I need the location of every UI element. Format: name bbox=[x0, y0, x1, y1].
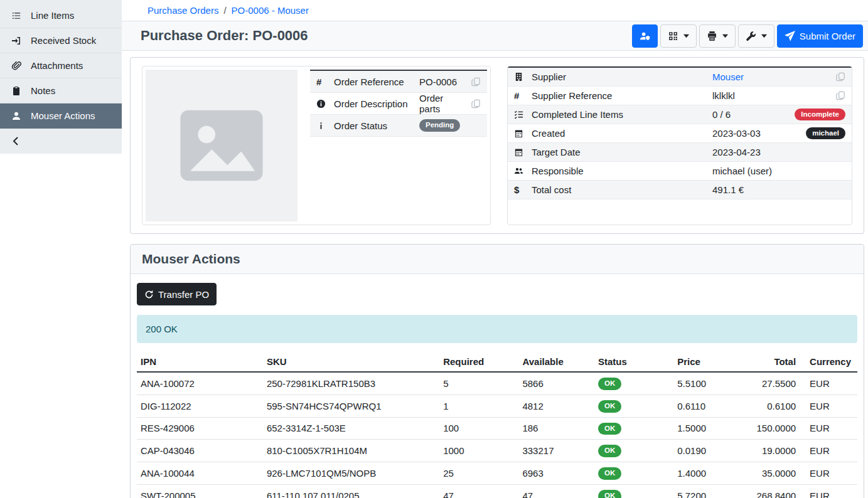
user-shield-icon bbox=[640, 31, 650, 41]
refresh-icon bbox=[144, 290, 154, 299]
status-ok-badge: OK bbox=[598, 467, 621, 480]
info-circle-icon bbox=[316, 99, 334, 109]
sidebar-item-mouser-actions[interactable]: Mouser Actions bbox=[0, 103, 122, 129]
sidebar-collapse-button[interactable] bbox=[0, 129, 122, 154]
list-icon bbox=[10, 11, 22, 21]
page-title: Purchase Order: PO-0006 bbox=[141, 28, 308, 44]
sidebar-item-notes[interactable]: Notes bbox=[0, 78, 122, 103]
page-header: Purchase Order: PO-0006 Submit Order bbox=[122, 21, 868, 51]
sidebar-item-label: Attachments bbox=[31, 60, 83, 71]
cell-price: 0.6110 bbox=[673, 395, 731, 417]
column-header-currency: Currency bbox=[800, 354, 857, 372]
detail-label: Order Description bbox=[334, 98, 419, 109]
copy-icon[interactable] bbox=[471, 99, 481, 109]
column-header-price: Price bbox=[673, 354, 731, 372]
sidebar-items: Line ItemsReceived StockAttachmentsNotes… bbox=[0, 3, 122, 129]
paperclip-icon bbox=[10, 61, 22, 71]
sidebar-item-label: Notes bbox=[31, 85, 55, 96]
sidebar-item-received-stock[interactable]: Received Stock bbox=[0, 28, 122, 53]
status-ok-badge: OK bbox=[598, 423, 621, 435]
chevron-left-icon bbox=[10, 136, 22, 146]
detail-value-supplier[interactable]: Mouser bbox=[712, 72, 744, 82]
cell-currency: EUR bbox=[800, 440, 857, 462]
order-details-panel: #Order ReferencePO-0006Order Description… bbox=[130, 57, 864, 234]
sign-in-icon bbox=[10, 36, 22, 46]
cell-price: 5.5100 bbox=[673, 372, 731, 395]
order-summary-card: #Order ReferencePO-0006Order Description… bbox=[142, 66, 491, 225]
cell-total: 19.0000 bbox=[731, 440, 800, 462]
barcode-actions-button[interactable] bbox=[660, 24, 697, 48]
table-row-res-429006: RES-429006652-3314Z-1-503E100186OK1.5000… bbox=[137, 417, 857, 440]
order-actions-button[interactable] bbox=[738, 24, 774, 48]
paper-plane-icon bbox=[785, 31, 795, 41]
cell-available: 5866 bbox=[518, 372, 594, 395]
table-header-row: IPNSKURequiredAvailableStatusPriceTotalC… bbox=[137, 354, 857, 372]
detail-label: Created bbox=[532, 128, 712, 139]
copy-icon[interactable] bbox=[471, 77, 481, 87]
cell-available: 4812 bbox=[518, 395, 594, 417]
copy-icon[interactable] bbox=[836, 91, 845, 100]
calendar-icon bbox=[514, 129, 532, 138]
clipboard-icon bbox=[10, 86, 22, 96]
caret-down-icon bbox=[722, 33, 728, 39]
cell-status: OK bbox=[594, 484, 673, 498]
line-items-table: IPNSKURequiredAvailableStatusPriceTotalC… bbox=[137, 354, 857, 498]
column-header-sku: SKU bbox=[263, 354, 439, 372]
detail-value-completed-line-items: 0 / 6 bbox=[712, 109, 731, 120]
submit-order-label: Submit Order bbox=[800, 31, 855, 41]
breadcrumb-link-current-order[interactable]: PO-0006 - Mouser bbox=[232, 5, 309, 16]
detail-row-order-description: Order DescriptionOrder parts bbox=[310, 93, 487, 115]
cell-currency: EUR bbox=[800, 462, 857, 485]
sidebar-item-label: Line Items bbox=[31, 10, 74, 21]
printer-icon bbox=[707, 31, 717, 41]
user-actions-button[interactable] bbox=[632, 24, 658, 48]
table-row-ana-100044: ANA-100044926-LMC7101QM5/NOPB256963OK1.4… bbox=[137, 462, 857, 485]
cell-status: OK bbox=[594, 417, 673, 440]
image-icon bbox=[174, 98, 269, 193]
cell-total: 0.6100 bbox=[731, 395, 800, 417]
detail-row-target-date: Target Date2023-04-23 bbox=[508, 143, 852, 162]
sidebar-item-label: Mouser Actions bbox=[31, 110, 95, 121]
table-row-dig-112022: DIG-112022595-SN74HCS74QPWRQ114812OK0.61… bbox=[137, 395, 857, 417]
status-ok-badge: OK bbox=[598, 445, 621, 457]
cell-ipn: ANA-100044 bbox=[137, 462, 263, 485]
detail-label: Supplier Reference bbox=[532, 90, 712, 101]
detail-label: Order Reference bbox=[334, 77, 419, 87]
detail-row-supplier: SupplierMouser bbox=[508, 68, 852, 87]
detail-row-order-status: Order StatusPending bbox=[310, 115, 487, 137]
detail-label: Total cost bbox=[532, 184, 712, 195]
order-image-placeholder[interactable] bbox=[146, 70, 297, 221]
cell-required: 1000 bbox=[439, 440, 518, 462]
submit-order-button[interactable]: Submit Order bbox=[777, 24, 863, 48]
sidebar: Line ItemsReceived StockAttachmentsNotes… bbox=[0, 0, 122, 154]
cell-available: 333217 bbox=[518, 440, 594, 462]
print-actions-button[interactable] bbox=[699, 24, 736, 48]
cell-ipn: ANA-100072 bbox=[137, 372, 263, 395]
copy-icon[interactable] bbox=[836, 72, 845, 82]
detail-label: Supplier bbox=[532, 72, 712, 82]
table-row-swt-200005: SWT-200005611-110.107.011/02054747OK5.72… bbox=[137, 484, 857, 498]
cell-currency: EUR bbox=[800, 395, 857, 417]
badge-pending: Pending bbox=[419, 119, 460, 132]
detail-label: Order Status bbox=[334, 120, 419, 131]
cell-sku: 926-LMC7101QM5/NOPB bbox=[263, 462, 439, 485]
cell-price: 1.4000 bbox=[673, 462, 731, 485]
cell-price: 0.0190 bbox=[673, 440, 731, 462]
cell-required: 47 bbox=[439, 484, 518, 498]
cell-sku: 250-72981KLRATR150B3 bbox=[263, 372, 439, 395]
cell-available: 6963 bbox=[518, 462, 594, 485]
sidebar-item-line-items[interactable]: Line Items bbox=[0, 3, 122, 28]
cell-ipn: DIG-112022 bbox=[137, 395, 263, 417]
sidebar-item-attachments[interactable]: Attachments bbox=[0, 53, 122, 78]
cell-total: 35.0000 bbox=[731, 462, 800, 485]
breadcrumb-link-purchase-orders[interactable]: Purchase Orders bbox=[147, 5, 218, 16]
detail-value-total-cost: 491.1 € bbox=[712, 184, 744, 195]
detail-label: Target Date bbox=[532, 147, 712, 157]
cell-sku: 611-110.107.011/0205 bbox=[263, 484, 439, 498]
panel-body: Transfer PO 200 OK IPNSKURequiredAvailab… bbox=[131, 274, 864, 498]
user-icon bbox=[10, 111, 22, 121]
detail-value-order-description: Order parts bbox=[419, 93, 466, 114]
transfer-po-button[interactable]: Transfer PO bbox=[137, 283, 217, 305]
status-ok-badge: OK bbox=[598, 400, 621, 413]
cell-currency: EUR bbox=[800, 417, 857, 440]
